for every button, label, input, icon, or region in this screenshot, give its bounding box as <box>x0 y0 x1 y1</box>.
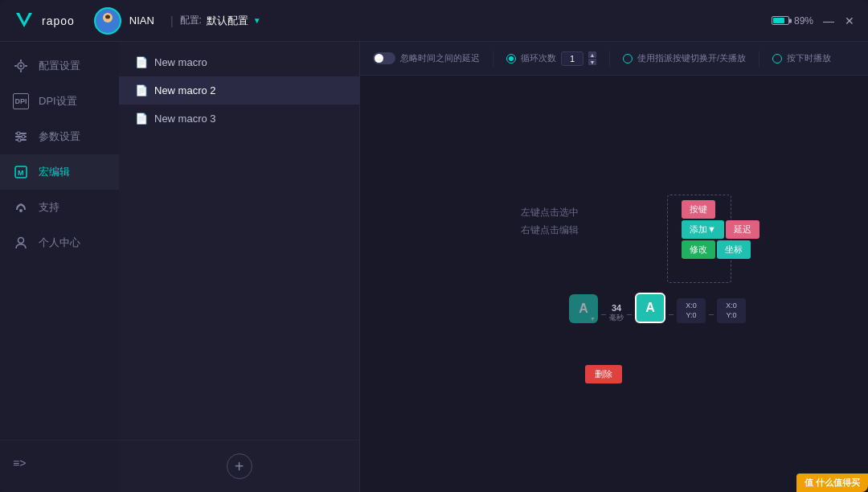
seq-connector-4 <box>709 314 714 323</box>
popup-modify-btn[interactable]: 修改 <box>682 240 715 259</box>
sidebar-label-support: 支持 <box>39 200 59 215</box>
battery-icon <box>772 16 789 25</box>
config-prefix: 配置: <box>180 14 202 27</box>
popup-delay-btn[interactable]: 延迟 <box>726 220 760 239</box>
profile-icon <box>13 235 29 251</box>
sidebar-item-support[interactable]: 支持 <box>0 190 119 225</box>
svg-point-15 <box>22 135 25 138</box>
config-icon <box>13 58 29 74</box>
seq-coord-1: X:0 Y:0 <box>677 298 706 323</box>
macro-item-2[interactable]: 📄 New macro 2 <box>119 76 359 105</box>
params-icon <box>13 129 29 145</box>
seq-coord-box-1: X:0 Y:0 <box>677 298 706 323</box>
seq-node-1: A ▼ <box>569 294 598 323</box>
delay-toggle-switch[interactable] <box>373 52 395 64</box>
sidebar-item-macro[interactable]: M 宏编辑 <box>0 154 119 190</box>
seq-delay-label: 毫秒 <box>609 313 624 323</box>
profile-name: NIAN <box>129 14 154 27</box>
seq-connector-3 <box>669 314 674 323</box>
toolbar-sep-1 <box>493 51 493 67</box>
assign-radio-btn[interactable] <box>623 54 633 64</box>
help-line2: 右键点击编辑 <box>521 222 579 240</box>
svg-marker-0 <box>16 13 32 27</box>
macro-item-1[interactable]: 📄 New macro <box>119 48 359 76</box>
popup-menu: 按键 添加▼ 延迟 修改 坐标 <box>682 200 760 259</box>
macro-file-icon-3: 📄 <box>135 113 148 125</box>
delete-btn-area: 删除 <box>585 365 622 383</box>
loop-label: 循环次数 <box>521 52 556 64</box>
seq-coord-box-2: X:0 Y:0 <box>717 298 746 323</box>
title-bar: rapoo NIAN | 配置: 默认配置 ▼ <box>0 0 868 42</box>
svg-rect-8 <box>20 70 22 72</box>
popup-key-btn[interactable]: 按键 <box>682 200 715 219</box>
svg-point-16 <box>18 138 21 141</box>
delay-label: 忽略时间之间的延迟 <box>400 52 480 64</box>
sidebar-label-params: 参数设置 <box>39 129 80 144</box>
logo-rapoo-text: rapoo <box>42 14 75 27</box>
seq-key-2[interactable]: A <box>635 293 665 323</box>
macro-name-1: New macro <box>154 56 207 68</box>
sidebar-item-params[interactable]: 参数设置 <box>0 119 119 154</box>
loop-radio-btn[interactable] <box>506 54 516 64</box>
macro-item-3[interactable]: 📄 New macro 3 <box>119 105 359 133</box>
config-selector[interactable]: 配置: 默认配置 ▼ <box>180 14 261 28</box>
seq-node-2: A <box>635 293 665 323</box>
seq-key-1[interactable]: A ▼ <box>569 294 598 323</box>
svg-point-4 <box>105 14 110 18</box>
macro-list: 📄 New macro 📄 New macro 2 📄 New macro 3 <box>119 42 359 440</box>
popup-coord-btn[interactable]: 坐标 <box>717 240 751 259</box>
seq-connector-1 <box>601 314 606 323</box>
logo-area: rapoo <box>13 10 75 32</box>
loop-decrement-btn[interactable]: ▼ <box>588 59 596 65</box>
support-icon <box>13 199 29 215</box>
delete-btn[interactable]: 删除 <box>585 365 622 383</box>
profile-area: NIAN <box>94 7 154 35</box>
sidebar-item-config[interactable]: 配置设置 <box>0 48 119 84</box>
svg-point-14 <box>17 132 20 135</box>
sidebar-item-dpi[interactable]: DPI DPI设置 <box>0 84 119 119</box>
main-content: 配置设置 DPI DPI设置 参数设置 M 宏编辑 <box>0 42 868 492</box>
popup-row-middle: 添加▼ 延迟 <box>682 220 760 239</box>
sidebar-expand-btn[interactable]: ≡> <box>0 447 119 479</box>
dpi-icon: DPI <box>13 93 29 109</box>
sidebar-bottom: ≡> <box>0 440 119 486</box>
macro-name-2: New macro 2 <box>154 84 216 96</box>
close-button[interactable]: ✕ <box>844 15 855 27</box>
minimize-button[interactable]: — <box>823 15 834 27</box>
loop-spinners: ▲ ▼ <box>588 51 596 65</box>
watermark: 值 什么值得买 <box>796 474 868 492</box>
seq-connector-2 <box>627 314 632 323</box>
press-radio-btn[interactable] <box>772 54 782 64</box>
battery-info: 89% <box>772 15 813 27</box>
sidebar-item-profile[interactable]: 个人中心 <box>0 225 119 260</box>
battery-percent: 89% <box>794 15 813 27</box>
help-line1: 左键点击选中 <box>521 204 579 222</box>
avatar <box>94 7 121 35</box>
macro-list-footer: + <box>119 440 359 492</box>
seq-coord-2: X:0 Y:0 <box>717 298 746 323</box>
svg-point-19 <box>19 209 23 212</box>
assign-label: 使用指派按键切换开/关播放 <box>637 52 746 64</box>
app-container: rapoo NIAN | 配置: 默认配置 ▼ <box>0 0 868 492</box>
sidebar: 配置设置 DPI DPI设置 参数设置 M 宏编辑 <box>0 42 119 492</box>
svg-point-20 <box>18 238 24 244</box>
macro-name-3: New macro 3 <box>154 113 216 125</box>
macro-file-icon-2: 📄 <box>135 84 148 96</box>
svg-rect-9 <box>14 65 17 67</box>
seq-key-2-letter: A <box>645 301 655 315</box>
editor-toolbar: 忽略时间之间的延迟 循环次数 ▲ ▼ 使用指派按键切换开/关播放 <box>360 42 868 76</box>
editor-panel: 忽略时间之间的延迟 循环次数 ▲ ▼ 使用指派按键切换开/关播放 <box>360 42 868 492</box>
logo-v-icon <box>13 10 35 32</box>
svg-point-2 <box>100 24 115 32</box>
editor-canvas: 左键点击选中 右键点击编辑 按键 添加▼ 延迟 修改 坐 <box>360 76 868 492</box>
macro-list-panel: 📄 New macro 📄 New macro 2 📄 New macro 3 … <box>119 42 360 492</box>
config-name: 默认配置 <box>207 14 248 28</box>
popup-add-btn[interactable]: 添加▼ <box>682 220 724 239</box>
seq-delay-node: 34 毫秒 <box>609 303 624 323</box>
context-help: 左键点击选中 右键点击编辑 <box>521 204 579 239</box>
loop-increment-btn[interactable]: ▲ <box>588 51 596 58</box>
config-arrow-icon: ▼ <box>253 16 261 25</box>
add-macro-button[interactable]: + <box>227 453 252 479</box>
loop-count-input[interactable] <box>561 51 583 66</box>
popup-row-bottom: 修改 坐标 <box>682 240 760 259</box>
